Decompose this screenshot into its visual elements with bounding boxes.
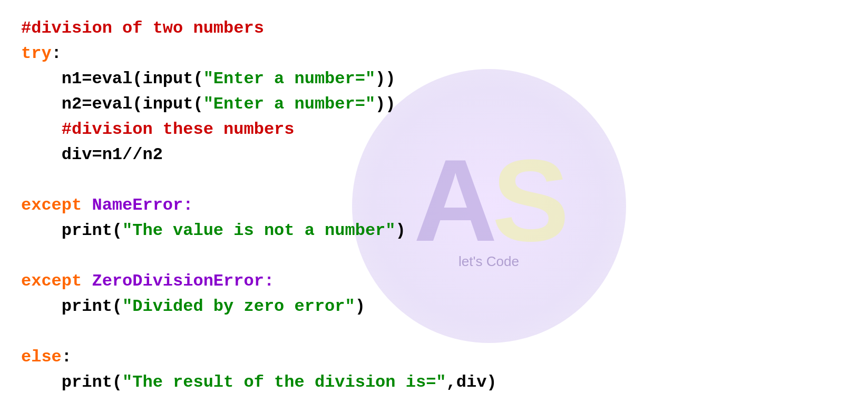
blank-1 xyxy=(21,168,847,193)
line-print-zerodiv: print("Divided by zero error") xyxy=(21,294,847,319)
line-comment-1: #division of two numbers xyxy=(21,16,847,41)
line-except-nameerror: except NameError: xyxy=(21,193,847,218)
line-n1: n1=eval(input("Enter a number=")) xyxy=(21,66,847,92)
line-comment-2: #division these numbers xyxy=(21,117,847,142)
blank-2 xyxy=(21,243,847,269)
line-n2: n2=eval(input("Enter a number=")) xyxy=(21,92,847,117)
blank-3 xyxy=(21,319,847,345)
line-div: div=n1//n2 xyxy=(21,142,847,168)
line-else: else: xyxy=(21,345,847,370)
code-block: #division of two numbers try: n1=eval(in… xyxy=(21,16,847,395)
line-print-nameerror: print("The value is not a number") xyxy=(21,218,847,243)
line-print-result: print("The result of the division is=",d… xyxy=(21,370,847,395)
line-try: try: xyxy=(21,41,847,66)
line-except-zerodiv: except ZeroDivisionError: xyxy=(21,269,847,294)
